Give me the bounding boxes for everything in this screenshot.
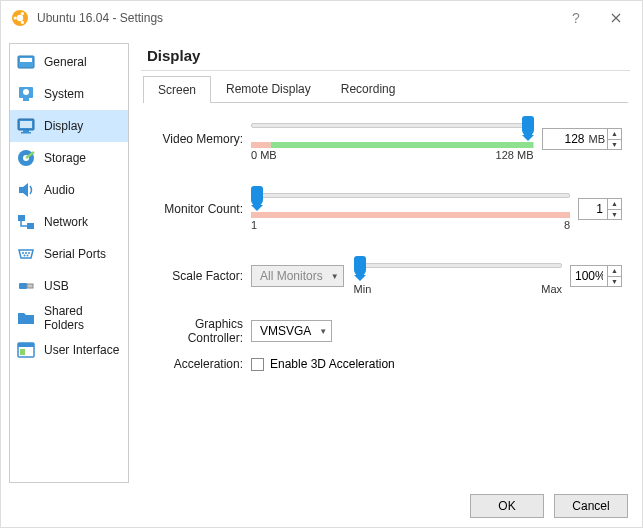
- enable-3d-acceleration-checkbox[interactable]: Enable 3D Acceleration: [251, 357, 395, 371]
- svg-point-21: [24, 255, 26, 257]
- spinner-up-icon[interactable]: ▲: [608, 199, 621, 210]
- monitor-count-input[interactable]: [579, 199, 607, 219]
- video-memory-max-tick: 128 MB: [496, 149, 534, 161]
- sidebar-item-label: Network: [44, 215, 88, 229]
- svg-rect-13: [21, 132, 31, 134]
- svg-rect-17: [27, 223, 34, 229]
- svg-rect-29: [271, 142, 534, 148]
- svg-rect-11: [20, 121, 32, 128]
- svg-rect-12: [23, 130, 29, 132]
- sidebar-item-label: System: [44, 87, 84, 101]
- sidebar-item-general[interactable]: General: [10, 46, 128, 78]
- scale-factor-monitor-select[interactable]: All Monitors ▼: [251, 265, 344, 287]
- display-icon: [16, 116, 36, 136]
- svg-point-2: [14, 16, 17, 19]
- svg-point-20: [28, 252, 30, 254]
- spinner-up-icon[interactable]: ▲: [608, 266, 621, 277]
- graphics-controller-label: Graphics Controller:: [141, 317, 251, 345]
- page-title: Display: [137, 43, 634, 70]
- monitor-count-spinner[interactable]: ▲▼: [578, 198, 622, 220]
- sidebar: General System Display Storage Audio Net…: [9, 43, 129, 483]
- svg-point-4: [21, 21, 24, 24]
- svg-rect-28: [251, 142, 271, 148]
- screen-form: Video Memory: 0 MB 128 MB: [137, 103, 634, 387]
- graphics-controller-select[interactable]: VMSVGA ▼: [251, 320, 332, 342]
- scale-factor-slider[interactable]: Min Max: [354, 257, 562, 295]
- svg-rect-26: [18, 343, 34, 347]
- sidebar-item-label: USB: [44, 279, 69, 293]
- sidebar-item-label: Audio: [44, 183, 75, 197]
- titlebar: Ubuntu 16.04 - Settings ?: [1, 1, 642, 35]
- audio-icon: [16, 180, 36, 200]
- sidebar-item-shared-folders[interactable]: Shared Folders: [10, 302, 128, 334]
- monitor-count-min-tick: 1: [251, 219, 257, 231]
- usb-icon: [16, 276, 36, 296]
- video-memory-min-tick: 0 MB: [251, 149, 277, 161]
- help-button[interactable]: ?: [556, 4, 596, 32]
- sidebar-item-network[interactable]: Network: [10, 206, 128, 238]
- app-icon: [11, 9, 29, 27]
- chevron-down-icon: ▼: [319, 327, 327, 336]
- spinner-up-icon[interactable]: ▲: [608, 129, 621, 140]
- monitor-count-max-tick: 8: [564, 219, 570, 231]
- svg-point-3: [21, 12, 24, 15]
- sidebar-item-label: General: [44, 55, 87, 69]
- ok-button[interactable]: OK: [470, 494, 544, 518]
- sidebar-item-label: Storage: [44, 151, 86, 165]
- close-button[interactable]: [596, 4, 636, 32]
- sidebar-item-serial-ports[interactable]: Serial Ports: [10, 238, 128, 270]
- serial-ports-icon: [16, 244, 36, 264]
- svg-rect-30: [251, 212, 570, 218]
- svg-point-1: [17, 15, 23, 21]
- sidebar-item-audio[interactable]: Audio: [10, 174, 128, 206]
- monitor-count-label: Monitor Count:: [141, 202, 251, 216]
- dialog-footer: OK Cancel: [1, 483, 642, 527]
- monitor-count-slider[interactable]: 1 8: [251, 187, 570, 231]
- scale-factor-input[interactable]: [571, 266, 607, 286]
- svg-rect-16: [18, 215, 25, 221]
- sidebar-item-usb[interactable]: USB: [10, 270, 128, 302]
- network-icon: [16, 212, 36, 232]
- svg-rect-24: [27, 284, 33, 288]
- tab-bar: Screen Remote Display Recording: [143, 75, 628, 103]
- scale-factor-max-tick: Max: [541, 283, 562, 295]
- svg-point-18: [22, 252, 24, 254]
- svg-rect-23: [19, 283, 27, 289]
- video-memory-spinner[interactable]: MB ▲▼: [542, 128, 623, 150]
- video-memory-unit: MB: [589, 129, 608, 149]
- svg-rect-9: [23, 98, 29, 101]
- tab-remote-display[interactable]: Remote Display: [211, 75, 326, 102]
- spinner-down-icon[interactable]: ▼: [608, 277, 621, 287]
- spinner-down-icon[interactable]: ▼: [608, 140, 621, 150]
- shared-folders-icon: [16, 308, 36, 328]
- scale-factor-label: Scale Factor:: [141, 269, 251, 283]
- tab-screen[interactable]: Screen: [143, 76, 211, 103]
- scale-factor-min-tick: Min: [354, 283, 372, 295]
- sidebar-item-label: Serial Ports: [44, 247, 106, 261]
- window-title: Ubuntu 16.04 - Settings: [37, 11, 163, 25]
- main-panel: Display Screen Remote Display Recording …: [137, 43, 634, 483]
- svg-rect-27: [20, 349, 25, 355]
- sidebar-item-user-interface[interactable]: User Interface: [10, 334, 128, 366]
- storage-icon: [16, 148, 36, 168]
- sidebar-item-label: Shared Folders: [44, 304, 122, 332]
- scale-factor-spinner[interactable]: ▲▼: [570, 265, 622, 287]
- svg-point-8: [23, 89, 29, 95]
- sidebar-item-display[interactable]: Display: [10, 110, 128, 142]
- sidebar-item-label: User Interface: [44, 343, 119, 357]
- svg-rect-6: [20, 58, 32, 62]
- sidebar-item-system[interactable]: System: [10, 78, 128, 110]
- video-memory-slider[interactable]: 0 MB 128 MB: [251, 117, 534, 161]
- cancel-button[interactable]: Cancel: [554, 494, 628, 518]
- video-memory-label: Video Memory:: [141, 132, 251, 146]
- tab-recording[interactable]: Recording: [326, 75, 411, 102]
- sidebar-item-storage[interactable]: Storage: [10, 142, 128, 174]
- checkbox-icon: [251, 358, 264, 371]
- system-icon: [16, 84, 36, 104]
- user-interface-icon: [16, 340, 36, 360]
- svg-point-19: [25, 252, 27, 254]
- video-memory-input[interactable]: [543, 129, 589, 149]
- svg-point-22: [27, 255, 29, 257]
- settings-window: Ubuntu 16.04 - Settings ? General System…: [0, 0, 643, 528]
- spinner-down-icon[interactable]: ▼: [608, 210, 621, 220]
